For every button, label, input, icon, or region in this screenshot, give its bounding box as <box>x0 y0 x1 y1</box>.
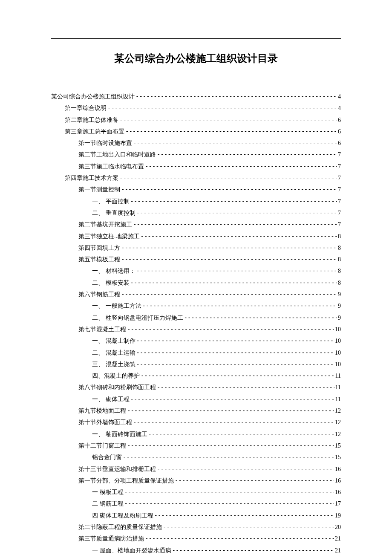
toc-leader: ----------------------------------------… <box>133 137 337 149</box>
toc-page-number: 8 <box>338 277 341 289</box>
header-rule <box>51 38 341 39</box>
toc-label: 第二节隐蔽工程的质量保证措施 <box>78 521 162 533</box>
toc-label: 四 砌体工程及粉刷工程 <box>92 510 153 521</box>
toc-leader: ----------------------------------------… <box>136 207 337 219</box>
toc-label: 第八节砌砖和内粉刷饰面工程 <box>78 382 156 393</box>
toc-label: 第四章施工技术方案 <box>65 172 118 184</box>
toc-label: 第三节质量通病防治措施 <box>78 533 144 544</box>
toc-row: 第二章施工总体准备 ------------------------------… <box>51 114 341 126</box>
toc-leader: ----------------------------------------… <box>148 428 334 440</box>
toc-row: 第五节模板工程 --------------------------------… <box>51 254 341 265</box>
toc-leader: ----------------------------------------… <box>145 533 334 544</box>
toc-label: 第六节钢筋工程 <box>78 289 120 300</box>
toc-row: 第七节混凝土工程 -------------------------------… <box>51 324 341 335</box>
toc-page-number: 10 <box>335 324 341 335</box>
toc-leader: ----------------------------------------… <box>135 91 337 102</box>
toc-page-number: 7 <box>338 161 341 172</box>
toc-leader: ----------------------------------------… <box>127 440 334 451</box>
toc-page-number: 21 <box>335 545 341 555</box>
toc-label: 第七节混凝土工程 <box>78 324 126 335</box>
toc-leader: ----------------------------------------… <box>157 463 334 475</box>
toc-label: 一、 平面控制 <box>92 196 130 207</box>
toc-leader: ----------------------------------------… <box>119 172 337 184</box>
toc-page-number: 8 <box>338 265 341 277</box>
toc-leader: ----------------------------------------… <box>136 265 337 277</box>
toc-page-number: 17 <box>335 498 341 509</box>
toc-row: 第四节回填土方 --------------------------------… <box>51 242 341 254</box>
toc-leader: ----------------------------------------… <box>136 347 334 358</box>
toc-leader: ----------------------------------------… <box>127 324 334 335</box>
toc-leader: ----------------------------------------… <box>141 231 337 242</box>
toc-label: 第十二节门窗工程 <box>78 440 126 451</box>
toc-page-number: 7 <box>338 219 341 230</box>
toc-page-number: 12 <box>335 416 341 428</box>
toc-label: 第五节模板工程 <box>78 254 120 265</box>
toc-leader: ----------------------------------------… <box>121 254 337 265</box>
toc-label: 第九节楼地面工程 <box>78 405 126 416</box>
toc-row: 三、 混凝土浇筑 -------------------------------… <box>51 358 341 370</box>
toc-row: 第六节钢筋工程 --------------------------------… <box>51 289 341 300</box>
toc-page-number: 15 <box>335 451 341 463</box>
toc-row: 第十二节门窗工程 -------------------------------… <box>51 440 341 451</box>
toc-label: 一、 混凝土制作 <box>92 335 135 347</box>
toc-row: 第二节工地出入口和临时道路 --------------------------… <box>51 149 341 160</box>
toc-leader: ----------------------------------------… <box>127 405 334 416</box>
toc-page-number: 6 <box>338 114 341 126</box>
toc-page-number: 7 <box>338 196 341 207</box>
toc-row: 一、 平面控制 --------------------------------… <box>51 196 341 207</box>
toc-page-number: 4 <box>338 91 341 102</box>
toc-page-number: 8 <box>338 254 341 265</box>
toc-leader: ----------------------------------------… <box>133 416 334 428</box>
toc-leader: ----------------------------------------… <box>119 114 337 126</box>
toc-page-number: 7 <box>338 184 341 195</box>
toc-leader: ----------------------------------------… <box>136 358 334 370</box>
toc-row: 四、混凝土的养护 -------------------------------… <box>51 370 341 382</box>
toc-label: 第一节临时设施布置 <box>78 137 132 149</box>
toc-page-number: 12 <box>335 428 341 440</box>
toc-label: 一、 材料选用： <box>92 265 135 277</box>
toc-label: 一、 砌体工程 <box>92 393 130 405</box>
table-of-contents: 某公司综合办公楼施工组织设计 -------------------------… <box>51 91 341 555</box>
toc-label: 第一节测量控制 <box>78 184 120 195</box>
toc-page-number: 9 <box>338 312 341 324</box>
toc-page-number: 15 <box>335 440 341 451</box>
toc-leader: ----------------------------------------… <box>154 510 334 521</box>
toc-row: 一、 混凝土制作 -------------------------------… <box>51 335 341 347</box>
toc-row: 二、 柱竖向钢盘电渣打压力焊施工 -----------------------… <box>51 312 341 324</box>
toc-row: 铝合金门窗 ----------------------------------… <box>51 451 341 463</box>
toc-label: 第三章施工总平面布置 <box>65 126 124 137</box>
toc-page-number: 20 <box>335 521 341 533</box>
toc-page-number: 11 <box>335 370 341 382</box>
toc-label: 二、 模板安装 <box>92 277 130 289</box>
toc-row: 第九节楼地面工程 -------------------------------… <box>51 405 341 416</box>
toc-row: 第二节基坑开挖施工 ------------------------------… <box>51 219 341 230</box>
toc-row: 第十节外墙饰面工程 ------------------------------… <box>51 416 341 428</box>
toc-label: 第十节外墙饰面工程 <box>78 416 132 428</box>
toc-leader: ----------------------------------------… <box>121 242 337 254</box>
toc-row: 一、 釉面砖饰面施工 -----------------------------… <box>51 428 341 440</box>
toc-leader: ----------------------------------------… <box>184 312 337 324</box>
toc-page-number: 8 <box>338 231 341 242</box>
toc-label: 四、混凝土的养护 <box>92 370 140 382</box>
toc-label: 二、 混凝土运输 <box>92 347 135 358</box>
toc-page-number: 9 <box>338 289 341 300</box>
toc-page-number: 19 <box>335 510 341 521</box>
toc-row: 一、 材料选用： -------------------------------… <box>51 265 341 277</box>
toc-label: 三、 混凝土浇筑 <box>92 358 135 370</box>
toc-leader: ----------------------------------------… <box>175 475 334 486</box>
toc-leader: ----------------------------------------… <box>141 370 334 382</box>
toc-page-number: 7 <box>338 172 341 184</box>
toc-leader: ----------------------------------------… <box>157 149 337 160</box>
toc-leader: ----------------------------------------… <box>121 184 337 195</box>
toc-leader: ----------------------------------------… <box>172 545 334 555</box>
toc-page-number: 7 <box>338 149 341 160</box>
toc-label: 第四节回填土方 <box>78 242 120 254</box>
toc-row: 一 模板工程 ---------------------------------… <box>51 486 341 498</box>
document-title: 某公司综合办公楼施工组织设计目录 <box>51 52 341 65</box>
toc-leader: ----------------------------------------… <box>145 161 337 172</box>
toc-row: 二 钢筋工程 ---------------------------------… <box>51 498 341 509</box>
toc-leader: ----------------------------------------… <box>123 451 334 463</box>
toc-page-number: 16 <box>335 486 341 498</box>
toc-leader: ----------------------------------------… <box>121 289 337 300</box>
toc-leader: ----------------------------------------… <box>130 277 337 289</box>
